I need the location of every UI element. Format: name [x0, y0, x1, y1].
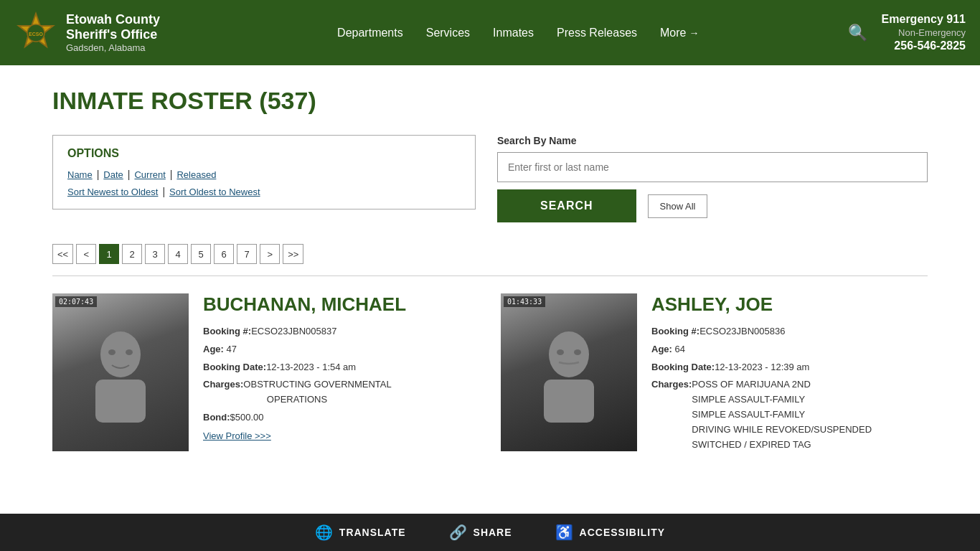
option-released-link[interactable]: Released: [176, 169, 216, 180]
pagination-page-5[interactable]: 5: [191, 244, 211, 264]
option-name-link[interactable]: Name: [67, 169, 93, 180]
option-current-link[interactable]: Current: [134, 169, 165, 180]
ashley-booking-date: Booking Date:12-13-2023 - 12:39 am: [651, 360, 872, 375]
buchanan-photo: 02:07:43: [52, 293, 189, 451]
search-box: Search By Name SEARCH Show All: [497, 135, 928, 222]
inmate-card-buchanan: 02:07:43 BUCHANAN, MICHAEL Booking #:ECS…: [52, 293, 479, 455]
main-nav: Departments Services Inmates Press Relea…: [189, 27, 848, 39]
pagination: << < 1 2 3 4 5 6 7 > >>: [52, 244, 928, 264]
svg-text:ECSO: ECSO: [29, 32, 43, 37]
ashley-name[interactable]: ASHLEY, JOE: [651, 293, 872, 316]
options-title: OPTIONS: [67, 147, 461, 160]
svg-rect-4: [95, 380, 146, 423]
nav-departments[interactable]: Departments: [337, 27, 403, 39]
main-content: INMATE ROSTER (537) OPTIONS Name | Date …: [24, 65, 956, 476]
arrow-right-icon: →: [689, 27, 699, 39]
ashley-charges: Charges: POSS OF MARIJUANA 2NDSIMPLE ASS…: [651, 377, 872, 452]
pagination-page-7[interactable]: 7: [237, 244, 257, 264]
nav-more[interactable]: More →: [660, 27, 699, 39]
inmate-card-ashley: 01:43:33 ASHLEY, JOE Booking #:ECSO23JBN…: [501, 293, 928, 455]
buchanan-info: BUCHANAN, MICHAEL Booking #:ECSO23JBN005…: [203, 293, 406, 455]
svg-point-7: [549, 331, 589, 377]
nav-press-releases[interactable]: Press Releases: [557, 27, 637, 39]
ashley-age: Age: 64: [651, 342, 872, 357]
options-search-row: OPTIONS Name | Date | Current | Released…: [52, 135, 928, 222]
pagination-page-4[interactable]: 4: [168, 244, 188, 264]
site-header: ECSO Etowah County Sheriff's Office Gads…: [0, 0, 980, 65]
divider: [52, 276, 928, 276]
nav-services[interactable]: Services: [426, 27, 470, 39]
option-sort-newest-link[interactable]: Sort Newest to Oldest: [67, 187, 158, 197]
sheriff-badge-icon: ECSO: [14, 11, 57, 55]
person-silhouette-icon-2: [533, 322, 605, 423]
inmate-grid: 02:07:43 BUCHANAN, MICHAEL Booking #:ECS…: [52, 293, 928, 455]
pagination-page-6[interactable]: 6: [214, 244, 234, 264]
search-icon-button[interactable]: 🔍: [848, 24, 867, 42]
options-links-row2: Sort Newest to Oldest | Sort Oldest to N…: [67, 186, 461, 197]
pagination-page-2[interactable]: 2: [122, 244, 142, 264]
pagination-page-1[interactable]: 1: [99, 244, 119, 264]
svg-point-6: [126, 349, 133, 355]
option-date-link[interactable]: Date: [103, 169, 123, 180]
options-links-row1: Name | Date | Current | Released: [67, 169, 461, 180]
buchanan-name[interactable]: BUCHANAN, MICHAEL: [203, 293, 406, 316]
ashley-info: ASHLEY, JOE Booking #:ECSO23JBN005836 Ag…: [651, 293, 872, 455]
buchanan-charges: Charges: OBSTRUCTING GOVERNMENTAL OPERAT…: [203, 377, 406, 408]
buchanan-view-profile-link[interactable]: View Profile >>>: [203, 430, 271, 441]
search-input[interactable]: [497, 152, 928, 182]
show-all-button[interactable]: Show All: [648, 194, 708, 218]
ashley-timestamp: 01:43:33: [504, 296, 545, 307]
svg-point-5: [108, 349, 116, 355]
svg-point-9: [557, 349, 564, 355]
buchanan-age: Age: 47: [203, 342, 406, 357]
buchanan-timestamp: 02:07:43: [55, 296, 97, 307]
ashley-photo: 01:43:33: [501, 293, 637, 451]
person-silhouette-icon: [85, 322, 156, 423]
pagination-last[interactable]: >>: [283, 244, 303, 264]
svg-point-10: [574, 349, 581, 355]
buchanan-bond: Bond:$500.00: [203, 410, 406, 425]
svg-point-3: [100, 331, 141, 377]
svg-rect-8: [544, 380, 594, 423]
pagination-first[interactable]: <<: [52, 244, 73, 264]
search-button[interactable]: SEARCH: [497, 189, 636, 222]
org-name: Etowah County Sheriff's Office Gadsden, …: [66, 12, 160, 53]
search-by-name-label: Search By Name: [497, 135, 928, 146]
buchanan-booking-date: Booking Date:12-13-2023 - 1:54 am: [203, 360, 406, 375]
page-title: INMATE ROSTER (537): [52, 87, 928, 115]
emergency-info: Emergency 911 Non-Emergency 256-546-2825: [882, 13, 966, 52]
options-box: OPTIONS Name | Date | Current | Released…: [52, 135, 476, 209]
pagination-page-3[interactable]: 3: [145, 244, 165, 264]
pagination-prev[interactable]: <: [76, 244, 96, 264]
option-sort-oldest-link[interactable]: Sort Oldest to Newest: [169, 187, 260, 197]
phone-number: 256-546-2825: [894, 39, 966, 52]
ashley-booking-num: Booking #:ECSO23JBN005836: [651, 324, 872, 339]
buchanan-booking-num: Booking #:ECSO23JBN005837: [203, 324, 406, 339]
pagination-next[interactable]: >: [260, 244, 280, 264]
nav-inmates[interactable]: Inmates: [493, 27, 534, 39]
logo-area[interactable]: ECSO Etowah County Sheriff's Office Gads…: [14, 11, 160, 55]
emergency-label: Emergency 911: [882, 13, 966, 26]
non-emergency-label: Non-Emergency: [898, 27, 966, 38]
